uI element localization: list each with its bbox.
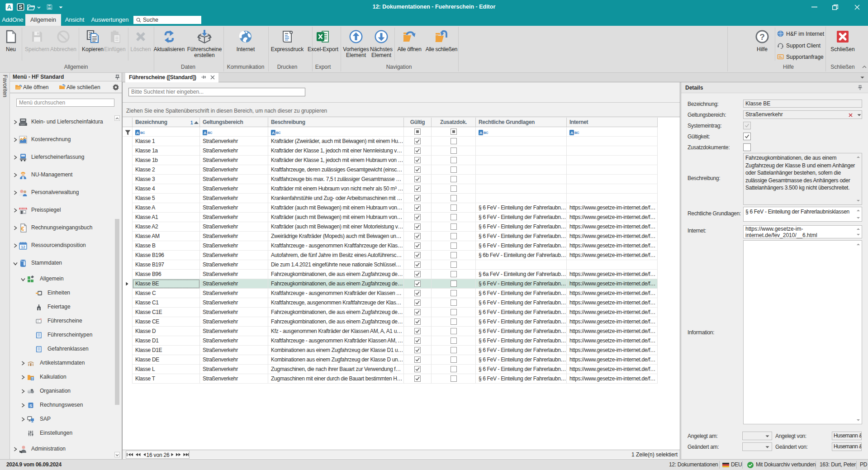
svg-text:A: A (204, 131, 207, 135)
svg-text:BC: BC (208, 131, 213, 135)
svg-text:12: 12 (21, 245, 25, 249)
svg-text:A: A (136, 131, 139, 135)
svg-text:A: A (570, 131, 574, 135)
svg-text:BC: BC (276, 131, 281, 135)
svg-text:BC: BC (484, 131, 489, 135)
svg-text:A: A (479, 131, 483, 135)
svg-text:S: S (29, 404, 32, 408)
svg-text:€: € (21, 225, 24, 232)
svg-text:?: ? (759, 32, 765, 42)
svg-text:BC: BC (574, 131, 579, 135)
svg-text:A: A (272, 131, 275, 135)
svg-text:BC: BC (140, 131, 145, 135)
svg-text:1: 1 (190, 120, 193, 125)
